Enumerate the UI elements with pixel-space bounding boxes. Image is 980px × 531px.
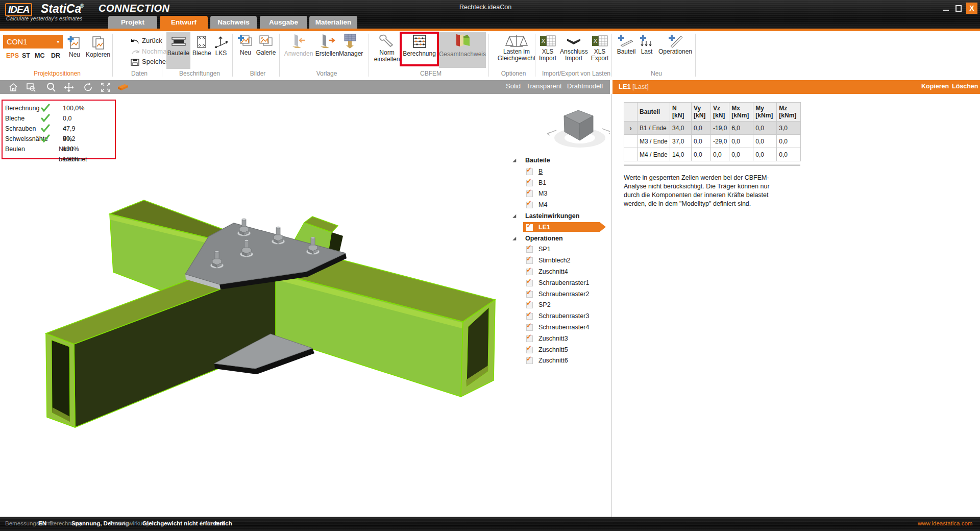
project-item-combobox[interactable]: CON1 ▾ xyxy=(3,35,63,49)
overall-check-button[interactable]: Gesamtnachweis xyxy=(439,33,486,58)
cell-my[interactable]: 0,0 xyxy=(753,148,777,161)
copy-item-button[interactable]: Kopieren xyxy=(84,35,112,58)
pan-icon[interactable] xyxy=(64,82,74,94)
cell-vz[interactable]: -29,0 xyxy=(711,135,729,148)
link-st[interactable]: ST xyxy=(22,52,30,59)
home-icon[interactable] xyxy=(8,82,18,94)
template-manager-button[interactable]: Manager xyxy=(339,33,361,57)
xls-export-button[interactable]: X XLS Export xyxy=(590,34,610,62)
checkbox-checked[interactable]: ✓ xyxy=(526,280,533,286)
tree-item-sp2[interactable]: ✓ SP2 xyxy=(513,300,609,310)
cell-mz[interactable]: 0,0 xyxy=(777,135,801,148)
tab-nachweis[interactable]: Nachweis xyxy=(210,16,257,29)
checkbox-checked[interactable]: ✓ xyxy=(526,246,533,253)
table-row[interactable]: M4 / Ende 14,0 0,0 0,0 0,0 0,0 0,0 xyxy=(624,148,801,161)
cell-n[interactable]: 34,0 xyxy=(670,122,692,135)
checkbox-checked[interactable]: ✓ xyxy=(526,291,533,298)
tree-item-le1[interactable]: ✓ LE1 xyxy=(513,222,609,233)
tree-item-zuschnitt3[interactable]: ✓ Zuschnitt3 xyxy=(513,333,609,344)
zoom-icon[interactable] xyxy=(46,82,56,94)
tab-entwurf[interactable]: Entwurf xyxy=(160,16,208,29)
tree-item-b1[interactable]: ✓ B1 xyxy=(513,178,609,188)
template-create-button[interactable]: Erstellen xyxy=(314,33,340,57)
members-label-button[interactable]: Bauteile xyxy=(166,35,190,57)
cell-vz[interactable]: -19,0 xyxy=(711,122,729,135)
plates-label-button[interactable]: Bleche xyxy=(192,35,211,57)
cell-mx[interactable]: 0,0 xyxy=(729,135,753,148)
picture-new-button[interactable]: Neu xyxy=(236,34,255,56)
tree-group-lasteinwirkungen[interactable]: Lasteinwirkungen xyxy=(513,211,609,222)
cell-vy[interactable]: 0,0 xyxy=(692,122,711,135)
checkbox-checked[interactable]: ✓ xyxy=(526,324,533,331)
checkbox-checked[interactable]: ✓ xyxy=(526,180,533,186)
cell-vz[interactable]: 0,0 xyxy=(711,148,729,161)
tree-item-zuschnitt6[interactable]: ✓ Zuschnitt6 xyxy=(513,355,609,366)
close-button[interactable]: X xyxy=(966,3,977,14)
tree-item-schraubenraster4[interactable]: ✓ Schraubenraster4 xyxy=(513,322,609,333)
tree-group-bauteile[interactable]: Bauteile xyxy=(513,155,609,166)
cell-member[interactable]: B1 / Ende xyxy=(638,122,670,135)
cell-mx[interactable]: 0,0 xyxy=(729,148,753,161)
add-member-button[interactable]: Bauteil xyxy=(616,34,637,55)
chevron-expanded-icon[interactable] xyxy=(512,237,518,243)
view-mode-wireframe[interactable]: Drahtmodell xyxy=(567,82,603,90)
cell-my[interactable]: 0,0 xyxy=(753,135,777,148)
copy-load-effect-button[interactable]: Kopieren xyxy=(921,83,949,90)
tree-item-zuschnitt5[interactable]: ✓ Zuschnitt5 xyxy=(513,345,609,355)
save-button[interactable]: Speichern xyxy=(131,58,172,66)
chevron-expanded-icon[interactable] xyxy=(512,159,518,164)
calculate-button[interactable]: Berechnung xyxy=(401,34,437,57)
tree-item-m4[interactable]: ✓ M4 xyxy=(513,200,609,210)
view-mode-transparent[interactable]: Transparent xyxy=(526,82,562,90)
add-operation-button[interactable]: Operationen xyxy=(657,34,693,55)
status-code-value[interactable]: EN xyxy=(38,520,46,526)
cell-mz[interactable]: 0,0 xyxy=(777,148,801,161)
cell-member[interactable]: M4 / Ende xyxy=(638,148,670,161)
connection-import-button[interactable]: Anschluss Import xyxy=(560,34,587,62)
checkbox-checked[interactable]: ✓ xyxy=(526,357,533,364)
chevron-expanded-icon[interactable] xyxy=(512,214,518,220)
tree-item-m3[interactable]: ✓ M3 xyxy=(513,188,609,199)
tree-item-schraubenraster3[interactable]: ✓ Schraubenraster3 xyxy=(513,311,609,322)
chevron-down-icon[interactable]: ▾ xyxy=(57,35,59,49)
loads-in-equilibrium-button[interactable]: Lasten im Gleichgewicht xyxy=(494,33,540,62)
table-row[interactable]: › B1 / Ende 34,0 0,0 -19,0 6,0 0,0 3,0 xyxy=(624,122,801,135)
view-cube-icon[interactable] xyxy=(547,110,610,148)
maximize-button[interactable] xyxy=(953,4,964,12)
view-mode-solid[interactable]: Solid xyxy=(506,82,521,90)
cell-n[interactable]: 37,0 xyxy=(670,135,692,148)
cell-vy[interactable]: 0,0 xyxy=(692,135,711,148)
tree-group-operationen[interactable]: Operationen xyxy=(513,233,609,244)
checkbox-checked[interactable]: ✓ xyxy=(526,257,533,264)
status-units-value[interactable]: mm xyxy=(214,520,225,526)
fit-icon[interactable] xyxy=(101,82,111,94)
checkbox-checked[interactable]: ✓ xyxy=(526,202,533,208)
cell-mx[interactable]: 6,0 xyxy=(729,122,753,135)
code-setup-button[interactable]: Norm einstellen xyxy=(372,33,402,63)
tree-item-stirnblech2[interactable]: ✓ Stirnblech2 xyxy=(513,255,609,266)
add-load-button[interactable]: Last xyxy=(638,34,655,55)
minimize-button[interactable] xyxy=(941,4,951,12)
link-dr[interactable]: DR xyxy=(51,52,60,59)
cell-n[interactable]: 14,0 xyxy=(670,148,692,161)
link-mc[interactable]: MC xyxy=(35,52,44,59)
tree-item-schraubenraster1[interactable]: ✓ Schraubenraster1 xyxy=(513,278,609,288)
checkbox-checked[interactable]: ✓ xyxy=(526,347,533,353)
undo-button[interactable]: Zurück xyxy=(131,37,162,44)
zoom-window-icon[interactable] xyxy=(26,82,36,94)
checkbox-checked[interactable]: ✓ xyxy=(526,224,533,231)
tab-materialien[interactable]: Materialien xyxy=(309,16,357,29)
xls-import-button[interactable]: X XLS Import xyxy=(537,34,558,62)
checkbox-checked[interactable]: ✓ xyxy=(526,269,533,275)
template-apply-button[interactable]: Anwenden xyxy=(284,33,313,57)
tree-item-b[interactable]: ✓ B xyxy=(513,166,609,177)
checkbox-checked[interactable]: ✓ xyxy=(526,190,533,197)
cell-my[interactable]: 0,0 xyxy=(753,122,777,135)
rotate-icon[interactable] xyxy=(83,82,93,94)
cell-mz[interactable]: 3,0 xyxy=(777,122,801,135)
solid-box-icon[interactable] xyxy=(117,84,129,93)
gallery-button[interactable]: Galerie xyxy=(255,34,277,56)
tree-item-zuschnitt4[interactable]: ✓ Zuschnitt4 xyxy=(513,267,609,277)
table-row[interactable]: M3 / Ende 37,0 0,0 -29,0 0,0 0,0 0,0 xyxy=(624,135,801,148)
tree-item-schraubenraster2[interactable]: ✓ Schraubenraster2 xyxy=(513,289,609,300)
